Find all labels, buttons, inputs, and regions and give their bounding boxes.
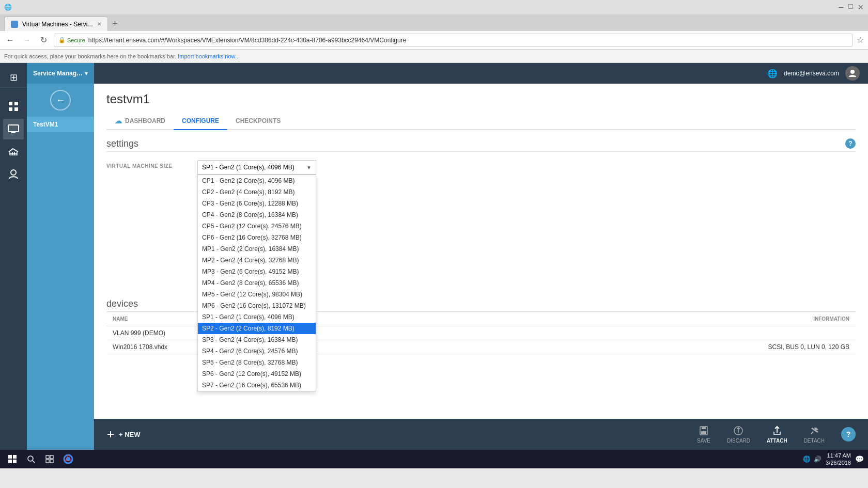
sidebar-item-grid[interactable] xyxy=(3,96,24,117)
forward-btn[interactable]: → xyxy=(21,34,33,46)
svg-rect-15 xyxy=(702,427,706,429)
svg-rect-2 xyxy=(9,107,12,111)
dropdown-option-sp2[interactable]: SP2 - Gen2 (2 Core(s), 8192 MB) xyxy=(198,323,316,334)
notifications-btn[interactable]: 💬 xyxy=(855,455,864,463)
device-info-vlan xyxy=(451,326,856,340)
task-view-btn[interactable] xyxy=(41,451,58,467)
url-text: https://tenant.enseva.com/#/Workspaces/V… xyxy=(88,37,406,44)
volume-taskbar-icon: 🔊 xyxy=(814,455,822,463)
new-tab-btn[interactable]: + xyxy=(108,17,122,31)
close-btn[interactable]: ✕ xyxy=(858,3,864,11)
chrome-taskbar-icon[interactable] xyxy=(60,451,76,467)
new-button[interactable]: + NEW xyxy=(106,430,141,438)
taskbar-icons-area: 🌐 🔊 xyxy=(803,455,822,463)
active-tab[interactable]: Virtual Machines - Servi... ✕ xyxy=(4,17,108,31)
back-arrow-icon: ← xyxy=(56,95,65,106)
settings-title: settings xyxy=(106,138,856,149)
svg-rect-29 xyxy=(50,460,53,463)
dropdown-option-mp4[interactable]: MP4 - Gen2 (8 Core(s), 65536 MB) xyxy=(198,277,316,289)
help-button[interactable]: ? xyxy=(841,427,856,442)
dropdown-option-mp5[interactable]: MP5 - Gen2 (12 Core(s), 98304 MB) xyxy=(198,289,316,300)
tab-checkpoints[interactable]: CHECKPOINTS xyxy=(227,113,289,129)
dropdown-option-cp2[interactable]: CP2 - Gen2 (4 Core(s), 8192 MB) xyxy=(198,186,316,198)
vm-size-dropdown-list: CP1 - Gen2 (2 Core(s), 4096 MB) CP2 - Ge… xyxy=(197,175,316,391)
sidebar-item-monitor[interactable] xyxy=(3,119,24,139)
tab-favicon xyxy=(11,21,18,28)
dropdown-option-cp4[interactable]: CP4 - Gen2 (8 Core(s), 16384 MB) xyxy=(198,209,316,221)
svg-rect-16 xyxy=(701,431,706,434)
restore-btn[interactable]: ☐ xyxy=(848,3,854,11)
col-header-info: INFORMATION xyxy=(451,312,856,326)
svg-rect-3 xyxy=(14,107,18,111)
device-action-vhdx xyxy=(397,340,451,354)
dropdown-option-mp3[interactable]: MP3 - Gen2 (6 Core(s), 49152 MB) xyxy=(198,266,316,277)
portal-logo: ⊞ xyxy=(10,72,18,83)
dropdown-option-cp1[interactable]: CP1 - Gen2 (2 Core(s), 4096 MB) xyxy=(198,175,316,186)
dropdown-option-sp6[interactable]: SP6 - Gen2 (12 Core(s), 49152 MB) xyxy=(198,368,316,380)
attach-button[interactable]: ATTACH xyxy=(767,426,787,444)
bookmarks-text: For quick access, place your bookmarks h… xyxy=(4,53,176,59)
vm-size-section: VIRTUAL MACHINE SIZE SP1 - Gen2 (1 Core(… xyxy=(106,160,856,175)
tab-configure[interactable]: CONFIGURE xyxy=(174,113,227,130)
sidebar-chevron[interactable]: ▾ xyxy=(85,70,88,77)
sidebar-dark: ⊞ xyxy=(0,63,27,450)
settings-area: settings ? VIRTUAL MACHINE SIZE SP1 - Ge… xyxy=(94,130,868,419)
svg-rect-22 xyxy=(8,460,12,463)
top-bar: 🌐 demo@enseva.com xyxy=(94,63,868,84)
attach-label: ATTACH xyxy=(767,438,787,444)
back-btn[interactable]: ← xyxy=(4,34,17,46)
sidebar-item-user[interactable] xyxy=(3,164,24,185)
top-bar-right: 🌐 demo@enseva.com xyxy=(767,66,860,81)
taskbar-date-display: 3/26/2018 xyxy=(826,459,851,466)
detach-button[interactable]: DETACH xyxy=(804,426,825,444)
svg-rect-20 xyxy=(8,455,12,459)
vm-size-select[interactable]: SP1 - Gen2 (1 Core(s), 4096 MB) ▼ xyxy=(197,160,316,175)
dropdown-option-mp2[interactable]: MP2 - Gen2 (4 Core(s), 32768 MB) xyxy=(198,255,316,266)
url-bar[interactable]: 🔒 Secure https://tenant.enseva.com/#/Wor… xyxy=(54,34,853,47)
title-bar: 🌐 ─ ☐ ✕ xyxy=(0,0,868,14)
svg-rect-4 xyxy=(8,125,19,132)
tab-close-btn[interactable]: ✕ xyxy=(97,21,101,27)
dropdown-option-sp1[interactable]: SP1 - Gen2 (1 Core(s), 4096 MB) xyxy=(198,311,316,323)
search-taskbar-btn[interactable] xyxy=(23,451,39,467)
tab-navigation: ☁ DASHBOARD CONFIGURE CHECKPOINTS xyxy=(106,113,856,130)
save-button[interactable]: SAVE xyxy=(697,426,710,444)
vm-size-dropdown-container: SP1 - Gen2 (1 Core(s), 4096 MB) ▼ CP1 - … xyxy=(197,160,316,175)
main-content: 🌐 demo@enseva.com testvm1 ☁ DASHBOARD xyxy=(94,63,868,450)
minimize-btn[interactable]: ─ xyxy=(839,3,844,11)
sidebar-item-network[interactable] xyxy=(3,141,24,162)
dropdown-option-cp6[interactable]: CP6 - Gen2 (16 Core(s), 32768 MB) xyxy=(198,232,316,243)
tab-configure-label: CONFIGURE xyxy=(182,117,219,124)
lock-icon: 🔒 xyxy=(58,37,66,43)
discard-label: DISCARD xyxy=(727,438,750,444)
dropdown-option-cp3[interactable]: CP3 - Gen2 (6 Core(s), 12288 MB) xyxy=(198,198,316,209)
bottom-toolbar: + NEW SAVE xyxy=(94,419,868,450)
dropdown-option-cp5[interactable]: CP5 - Gen2 (12 Core(s), 24576 MB) xyxy=(198,221,316,232)
start-button[interactable] xyxy=(4,451,21,467)
detach-label: DETACH xyxy=(804,438,825,444)
dropdown-option-sp7[interactable]: SP7 - Gen2 (16 Core(s), 65536 MB) xyxy=(198,380,316,391)
vm-size-selected-value: SP1 - Gen2 (1 Core(s), 4096 MB) xyxy=(202,164,295,171)
svg-rect-1 xyxy=(14,102,18,105)
tab-dashboard[interactable]: ☁ DASHBOARD xyxy=(106,113,174,129)
user-avatar[interactable] xyxy=(845,66,860,81)
dropdown-option-mp1[interactable]: MP1 - Gen2 (2 Core(s), 16384 MB) xyxy=(198,243,316,255)
import-bookmarks-link[interactable]: Import bookmarks now... xyxy=(178,53,240,59)
sidebar-vm-item[interactable]: TestVM1 xyxy=(27,117,94,132)
new-label: + NEW xyxy=(119,431,141,438)
refresh-btn[interactable]: ↻ xyxy=(37,34,50,46)
col-header-empty xyxy=(397,312,451,326)
dropdown-option-sp3[interactable]: SP3 - Gen2 (4 Core(s), 16384 MB) xyxy=(198,334,316,345)
dropdown-option-sp4[interactable]: SP4 - Gen2 (6 Core(s), 24576 MB) xyxy=(198,345,316,357)
svg-point-10 xyxy=(11,170,16,175)
dropdown-option-sp5[interactable]: SP5 - Gen2 (8 Core(s), 32768 MB) xyxy=(198,357,316,368)
app-container: ⊞ xyxy=(0,63,868,450)
svg-point-11 xyxy=(850,70,855,74)
svg-rect-6 xyxy=(12,132,14,133)
help-icon[interactable]: ? xyxy=(845,138,856,149)
back-button[interactable]: ← xyxy=(50,90,71,111)
discard-button[interactable]: DISCARD xyxy=(727,426,750,444)
bookmark-btn[interactable]: ☆ xyxy=(857,35,864,45)
browser-chrome: 🌐 ─ ☐ ✕ Virtual Machines - Servi... ✕ + … xyxy=(0,0,868,63)
dropdown-option-mp6[interactable]: MP6 - Gen2 (16 Core(s), 131072 MB) xyxy=(198,300,316,311)
